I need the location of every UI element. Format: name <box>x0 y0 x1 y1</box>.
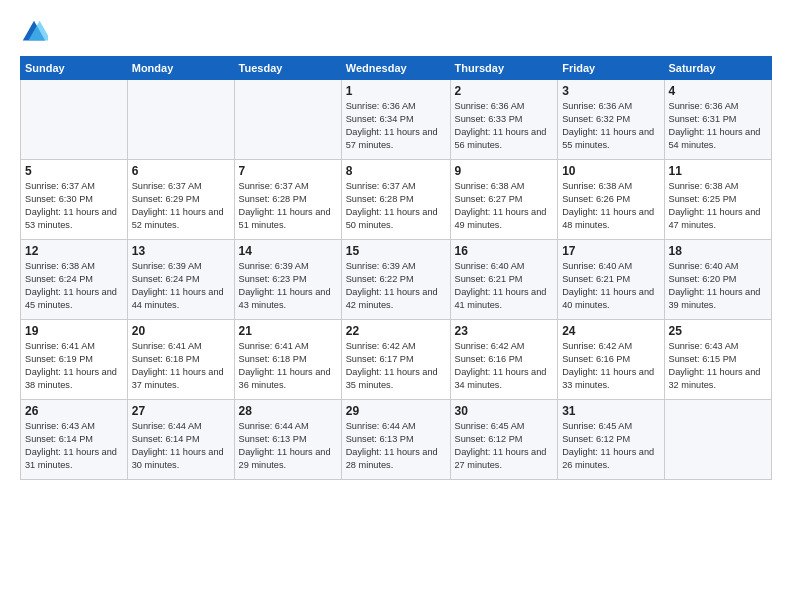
calendar-cell: 22 Sunrise: 6:42 AM Sunset: 6:17 PM Dayl… <box>341 320 450 400</box>
calendar-cell: 9 Sunrise: 6:38 AM Sunset: 6:27 PM Dayli… <box>450 160 558 240</box>
calendar-cell: 1 Sunrise: 6:36 AM Sunset: 6:34 PM Dayli… <box>341 80 450 160</box>
day-info: Sunrise: 6:37 AM Sunset: 6:30 PM Dayligh… <box>25 180 123 232</box>
calendar-cell: 21 Sunrise: 6:41 AM Sunset: 6:18 PM Dayl… <box>234 320 341 400</box>
calendar-table: SundayMondayTuesdayWednesdayThursdayFrid… <box>20 56 772 480</box>
day-info: Sunrise: 6:39 AM Sunset: 6:22 PM Dayligh… <box>346 260 446 312</box>
day-info: Sunrise: 6:43 AM Sunset: 6:14 PM Dayligh… <box>25 420 123 472</box>
calendar-cell: 16 Sunrise: 6:40 AM Sunset: 6:21 PM Dayl… <box>450 240 558 320</box>
day-number: 21 <box>239 324 337 338</box>
day-info: Sunrise: 6:38 AM Sunset: 6:27 PM Dayligh… <box>455 180 554 232</box>
calendar-cell: 25 Sunrise: 6:43 AM Sunset: 6:15 PM Dayl… <box>664 320 772 400</box>
day-number: 10 <box>562 164 659 178</box>
calendar-cell: 7 Sunrise: 6:37 AM Sunset: 6:28 PM Dayli… <box>234 160 341 240</box>
day-info: Sunrise: 6:36 AM Sunset: 6:32 PM Dayligh… <box>562 100 659 152</box>
day-info: Sunrise: 6:41 AM Sunset: 6:18 PM Dayligh… <box>132 340 230 392</box>
day-info: Sunrise: 6:42 AM Sunset: 6:16 PM Dayligh… <box>562 340 659 392</box>
day-info: Sunrise: 6:42 AM Sunset: 6:17 PM Dayligh… <box>346 340 446 392</box>
calendar-cell: 15 Sunrise: 6:39 AM Sunset: 6:22 PM Dayl… <box>341 240 450 320</box>
day-info: Sunrise: 6:44 AM Sunset: 6:13 PM Dayligh… <box>239 420 337 472</box>
day-info: Sunrise: 6:37 AM Sunset: 6:29 PM Dayligh… <box>132 180 230 232</box>
day-number: 27 <box>132 404 230 418</box>
day-number: 18 <box>669 244 768 258</box>
calendar-cell <box>234 80 341 160</box>
calendar-cell: 5 Sunrise: 6:37 AM Sunset: 6:30 PM Dayli… <box>21 160 128 240</box>
calendar-week-row: 5 Sunrise: 6:37 AM Sunset: 6:30 PM Dayli… <box>21 160 772 240</box>
calendar-week-row: 1 Sunrise: 6:36 AM Sunset: 6:34 PM Dayli… <box>21 80 772 160</box>
calendar-cell: 3 Sunrise: 6:36 AM Sunset: 6:32 PM Dayli… <box>558 80 664 160</box>
day-number: 6 <box>132 164 230 178</box>
calendar-cell: 28 Sunrise: 6:44 AM Sunset: 6:13 PM Dayl… <box>234 400 341 480</box>
calendar-cell: 30 Sunrise: 6:45 AM Sunset: 6:12 PM Dayl… <box>450 400 558 480</box>
calendar-week-row: 26 Sunrise: 6:43 AM Sunset: 6:14 PM Dayl… <box>21 400 772 480</box>
day-info: Sunrise: 6:36 AM Sunset: 6:33 PM Dayligh… <box>455 100 554 152</box>
calendar-cell: 17 Sunrise: 6:40 AM Sunset: 6:21 PM Dayl… <box>558 240 664 320</box>
logo <box>20 18 52 46</box>
day-info: Sunrise: 6:43 AM Sunset: 6:15 PM Dayligh… <box>669 340 768 392</box>
calendar-cell: 24 Sunrise: 6:42 AM Sunset: 6:16 PM Dayl… <box>558 320 664 400</box>
day-number: 5 <box>25 164 123 178</box>
weekday-header: Tuesday <box>234 57 341 80</box>
day-number: 13 <box>132 244 230 258</box>
day-info: Sunrise: 6:42 AM Sunset: 6:16 PM Dayligh… <box>455 340 554 392</box>
day-info: Sunrise: 6:44 AM Sunset: 6:13 PM Dayligh… <box>346 420 446 472</box>
calendar-cell: 26 Sunrise: 6:43 AM Sunset: 6:14 PM Dayl… <box>21 400 128 480</box>
weekday-header: Thursday <box>450 57 558 80</box>
day-number: 14 <box>239 244 337 258</box>
calendar-cell: 29 Sunrise: 6:44 AM Sunset: 6:13 PM Dayl… <box>341 400 450 480</box>
day-number: 28 <box>239 404 337 418</box>
calendar-cell: 14 Sunrise: 6:39 AM Sunset: 6:23 PM Dayl… <box>234 240 341 320</box>
calendar-week-row: 19 Sunrise: 6:41 AM Sunset: 6:19 PM Dayl… <box>21 320 772 400</box>
weekday-header-row: SundayMondayTuesdayWednesdayThursdayFrid… <box>21 57 772 80</box>
calendar-cell: 11 Sunrise: 6:38 AM Sunset: 6:25 PM Dayl… <box>664 160 772 240</box>
day-info: Sunrise: 6:39 AM Sunset: 6:24 PM Dayligh… <box>132 260 230 312</box>
day-info: Sunrise: 6:45 AM Sunset: 6:12 PM Dayligh… <box>562 420 659 472</box>
day-number: 4 <box>669 84 768 98</box>
day-number: 30 <box>455 404 554 418</box>
calendar-page: SundayMondayTuesdayWednesdayThursdayFrid… <box>0 0 792 612</box>
calendar-cell <box>664 400 772 480</box>
weekday-header: Wednesday <box>341 57 450 80</box>
calendar-cell: 10 Sunrise: 6:38 AM Sunset: 6:26 PM Dayl… <box>558 160 664 240</box>
calendar-cell: 27 Sunrise: 6:44 AM Sunset: 6:14 PM Dayl… <box>127 400 234 480</box>
day-info: Sunrise: 6:37 AM Sunset: 6:28 PM Dayligh… <box>346 180 446 232</box>
weekday-header: Friday <box>558 57 664 80</box>
calendar-cell: 12 Sunrise: 6:38 AM Sunset: 6:24 PM Dayl… <box>21 240 128 320</box>
day-number: 3 <box>562 84 659 98</box>
day-number: 9 <box>455 164 554 178</box>
day-number: 12 <box>25 244 123 258</box>
day-info: Sunrise: 6:44 AM Sunset: 6:14 PM Dayligh… <box>132 420 230 472</box>
day-number: 17 <box>562 244 659 258</box>
day-info: Sunrise: 6:45 AM Sunset: 6:12 PM Dayligh… <box>455 420 554 472</box>
calendar-cell: 8 Sunrise: 6:37 AM Sunset: 6:28 PM Dayli… <box>341 160 450 240</box>
day-number: 11 <box>669 164 768 178</box>
day-number: 23 <box>455 324 554 338</box>
day-info: Sunrise: 6:38 AM Sunset: 6:25 PM Dayligh… <box>669 180 768 232</box>
calendar-cell <box>21 80 128 160</box>
day-number: 2 <box>455 84 554 98</box>
weekday-header: Saturday <box>664 57 772 80</box>
day-number: 26 <box>25 404 123 418</box>
day-number: 22 <box>346 324 446 338</box>
day-number: 16 <box>455 244 554 258</box>
day-info: Sunrise: 6:40 AM Sunset: 6:21 PM Dayligh… <box>562 260 659 312</box>
logo-icon <box>20 18 48 46</box>
calendar-cell: 20 Sunrise: 6:41 AM Sunset: 6:18 PM Dayl… <box>127 320 234 400</box>
day-info: Sunrise: 6:39 AM Sunset: 6:23 PM Dayligh… <box>239 260 337 312</box>
calendar-cell: 2 Sunrise: 6:36 AM Sunset: 6:33 PM Dayli… <box>450 80 558 160</box>
calendar-cell: 19 Sunrise: 6:41 AM Sunset: 6:19 PM Dayl… <box>21 320 128 400</box>
day-number: 19 <box>25 324 123 338</box>
day-info: Sunrise: 6:41 AM Sunset: 6:19 PM Dayligh… <box>25 340 123 392</box>
day-number: 31 <box>562 404 659 418</box>
calendar-cell: 18 Sunrise: 6:40 AM Sunset: 6:20 PM Dayl… <box>664 240 772 320</box>
header <box>20 18 772 46</box>
day-number: 8 <box>346 164 446 178</box>
weekday-header: Monday <box>127 57 234 80</box>
day-number: 25 <box>669 324 768 338</box>
calendar-cell: 4 Sunrise: 6:36 AM Sunset: 6:31 PM Dayli… <box>664 80 772 160</box>
calendar-cell: 13 Sunrise: 6:39 AM Sunset: 6:24 PM Dayl… <box>127 240 234 320</box>
calendar-cell: 23 Sunrise: 6:42 AM Sunset: 6:16 PM Dayl… <box>450 320 558 400</box>
day-info: Sunrise: 6:37 AM Sunset: 6:28 PM Dayligh… <box>239 180 337 232</box>
calendar-cell: 6 Sunrise: 6:37 AM Sunset: 6:29 PM Dayli… <box>127 160 234 240</box>
calendar-week-row: 12 Sunrise: 6:38 AM Sunset: 6:24 PM Dayl… <box>21 240 772 320</box>
day-info: Sunrise: 6:36 AM Sunset: 6:34 PM Dayligh… <box>346 100 446 152</box>
